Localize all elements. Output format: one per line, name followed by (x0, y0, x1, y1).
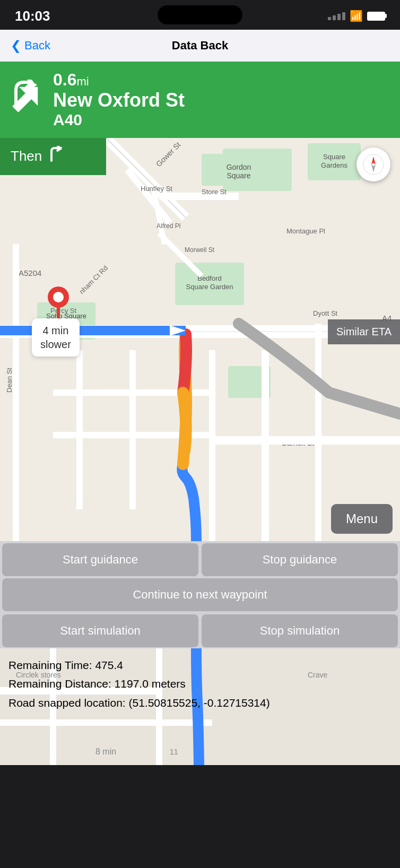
distance-value: 0.6 (53, 70, 76, 89)
then-label: Then (11, 148, 42, 164)
svg-marker-1 (58, 146, 62, 151)
road-snapped-value: (51.50815525, -0.12715314) (129, 697, 270, 709)
map-section: Then Gordon Square Square Gardens Bedfor… (0, 138, 400, 541)
simulation-button-row: Start simulation Stop simulation (0, 612, 400, 648)
road-snapped-label: Road snapped location: (8, 697, 129, 709)
menu-button[interactable]: Menu (331, 504, 393, 534)
stop-simulation-button[interactable]: Stop simulation (202, 614, 398, 647)
signal-icon (328, 12, 345, 20)
remaining-time-line: Remaining Time: 475.4 (8, 656, 392, 675)
stop-guidance-button[interactable]: Stop guidance (202, 543, 398, 576)
compass[interactable] (356, 147, 390, 181)
back-button[interactable]: ❮ Back (11, 38, 50, 53)
then-turn-icon (48, 146, 65, 167)
nav-header: ❮ Back Data Back (0, 30, 400, 62)
traffic-delay-text: 4 min slower (40, 324, 71, 351)
eta-text: Similar ETA (336, 326, 392, 337)
svg-text:11: 11 (170, 748, 178, 756)
svg-text:Square Garden: Square Garden (186, 283, 233, 291)
wifi-icon: 📶 (350, 10, 363, 22)
road-snapped-line: Road snapped location: (51.50815525, -0.… (8, 693, 392, 713)
road-code: A40 (53, 111, 389, 128)
distance-unit: mi (76, 75, 89, 88)
map-container: Gordon Square Square Gardens Bedford Squ… (0, 138, 400, 541)
svg-text:A5204: A5204 (19, 268, 41, 277)
svg-text:Dean St: Dean St (5, 367, 13, 392)
waypoint-row: Continue to next waypoint (0, 578, 400, 611)
page-title: Data Back (172, 39, 228, 53)
remaining-distance-line: Remaining Distance: 1197.0 meters (8, 674, 392, 693)
controls-area: Start guidance Stop guidance Continue to… (0, 541, 400, 648)
guidance-button-row: Start guidance Stop guidance (0, 541, 400, 577)
svg-text:Square: Square (323, 153, 345, 161)
direction-info: 0.6mi New Oxford St A40 (53, 70, 389, 128)
start-simulation-button[interactable]: Start simulation (2, 614, 198, 647)
direction-banner: 0.6mi New Oxford St A40 (0, 62, 400, 138)
then-bar: Then (0, 138, 106, 175)
status-icons: 📶 (328, 10, 385, 22)
menu-label: Menu (346, 511, 378, 526)
remaining-time-value: 475.4 (95, 659, 123, 671)
info-section: Circlek stores Crave 8 min 11 Remaining … (0, 648, 400, 765)
info-text-block: Remaining Time: 475.4 Remaining Distance… (8, 656, 392, 713)
back-label: Back (24, 39, 50, 53)
start-guidance-button[interactable]: Start guidance (2, 543, 198, 576)
eta-callout: Similar ETA (328, 319, 400, 344)
info-overlay: Remaining Time: 475.4 Remaining Distance… (0, 648, 400, 720)
svg-text:Gardens: Gardens (321, 161, 347, 169)
svg-text:Store St: Store St (202, 188, 227, 196)
svg-text:Percy St: Percy St (50, 307, 77, 315)
distance-display: 0.6mi (53, 70, 389, 90)
street-name: New Oxford St (53, 90, 389, 111)
svg-text:Dyott St: Dyott St (313, 309, 338, 317)
svg-text:Alfred Pl: Alfred Pl (156, 222, 180, 230)
svg-point-50 (53, 292, 64, 302)
dynamic-island (158, 5, 242, 24)
svg-text:Morwell St: Morwell St (185, 246, 215, 254)
back-chevron-icon: ❮ (11, 38, 21, 53)
svg-text:Square: Square (227, 171, 250, 180)
svg-text:Montague Pl: Montague Pl (286, 227, 325, 235)
status-bar: 10:03 📶 (0, 0, 400, 30)
svg-text:Gordon: Gordon (227, 163, 251, 171)
turn-arrow-icon (11, 80, 42, 121)
remaining-distance-value: 1197.0 meters (115, 678, 186, 690)
continue-waypoint-button[interactable]: Continue to next waypoint (2, 578, 398, 611)
battery-icon (367, 12, 385, 21)
remaining-time-label: Remaining Time: (8, 659, 95, 671)
remaining-distance-label: Remaining Distance: (8, 678, 115, 690)
status-time: 10:03 (15, 8, 50, 24)
traffic-callout: 4 min slower (32, 318, 80, 357)
svg-text:8 min: 8 min (95, 747, 116, 756)
